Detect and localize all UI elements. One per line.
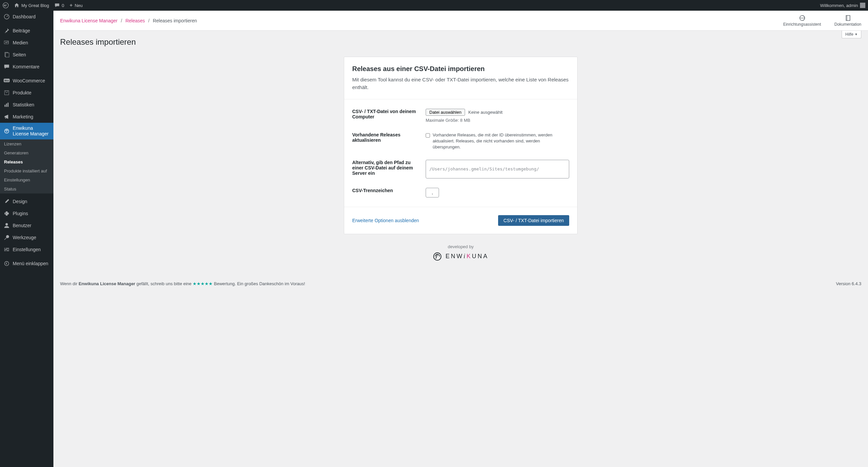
svg-point-3 bbox=[5, 42, 7, 43]
crumb-current: Releases importieren bbox=[153, 18, 197, 23]
menu-products[interactable]: Produkte bbox=[0, 87, 54, 99]
comments-link[interactable]: 0 bbox=[54, 3, 64, 8]
submenu-status[interactable]: Status bbox=[0, 185, 54, 194]
page-title: Releases importieren bbox=[60, 37, 861, 47]
documentation-link[interactable]: Dokumentation bbox=[834, 15, 861, 27]
menu-label: Menü einklappen bbox=[13, 261, 49, 266]
file-help: Maximale Größe: 8 MB bbox=[426, 118, 569, 123]
menu-label: Medien bbox=[13, 40, 28, 45]
submenu-products-installed[interactable]: Produkte installiert auf bbox=[0, 166, 54, 175]
dashboard-icon bbox=[3, 13, 10, 20]
breadcrumb: Enwikuna License Manager / Releases / Re… bbox=[60, 18, 197, 23]
comment-icon bbox=[3, 63, 10, 70]
svg-point-18 bbox=[7, 249, 8, 250]
product-icon bbox=[3, 90, 10, 96]
menu-label: Design bbox=[13, 199, 27, 204]
svg-point-20 bbox=[5, 261, 9, 266]
delimiter-label: CSV-Trennzeichen bbox=[352, 188, 419, 193]
crumb-root[interactable]: Enwikuna License Manager bbox=[60, 18, 118, 23]
submenu-generators[interactable]: Generatoren bbox=[0, 148, 54, 158]
menu-dashboard[interactable]: Dashboard bbox=[0, 11, 54, 23]
menu-marketing[interactable]: Marketing bbox=[0, 111, 54, 123]
settings-icon bbox=[3, 246, 10, 253]
collapse-icon bbox=[3, 260, 10, 267]
crumb-releases[interactable]: Releases bbox=[126, 18, 145, 23]
svg-rect-23 bbox=[847, 15, 850, 20]
svg-rect-11 bbox=[8, 103, 9, 107]
menu-collapse[interactable]: Menü einklappen bbox=[0, 258, 54, 269]
svg-rect-10 bbox=[6, 103, 7, 107]
server-path-input[interactable] bbox=[426, 160, 569, 178]
wp-logo[interactable] bbox=[3, 2, 9, 8]
submenu: Lizenzen Generatoren Releases Produkte i… bbox=[0, 139, 54, 194]
menu-label: Produkte bbox=[13, 90, 31, 95]
menu-users[interactable]: Benutzer bbox=[0, 220, 54, 232]
submenu-releases[interactable]: Releases bbox=[0, 158, 54, 166]
marketing-icon bbox=[3, 113, 10, 120]
enwikuna-logo: ENWiKUNA bbox=[60, 252, 861, 261]
menu-comments[interactable]: Kommentare bbox=[0, 61, 54, 73]
menu-label: WooCommerce bbox=[13, 78, 45, 84]
card-description: Mit diesem Tool kannst du eine CSV- oder… bbox=[352, 76, 569, 91]
woo-icon: Woo bbox=[3, 77, 10, 84]
new-content-link[interactable]: + Neu bbox=[69, 2, 83, 8]
welcome-text: Willkommen, admin bbox=[820, 3, 858, 8]
menu-woocommerce[interactable]: Woo WooCommerce bbox=[0, 75, 54, 87]
rating-link[interactable]: ★★★★★ bbox=[193, 281, 213, 286]
page-icon bbox=[3, 52, 10, 58]
menu-stats[interactable]: Statistiken bbox=[0, 99, 54, 111]
update-existing-label: Vorhandene Releases aktualisieren bbox=[352, 132, 419, 143]
svg-rect-14 bbox=[4, 248, 9, 248]
menu-label: Marketing bbox=[13, 114, 33, 120]
svg-rect-5 bbox=[5, 53, 9, 57]
svg-point-13 bbox=[5, 223, 8, 225]
site-name: My Great Blog bbox=[21, 3, 49, 8]
version-text: Version 6.4.3 bbox=[836, 281, 861, 286]
submenu-settings[interactable]: Einstellungen bbox=[0, 175, 54, 185]
delimiter-input[interactable] bbox=[426, 188, 439, 198]
svg-point-19 bbox=[6, 250, 7, 251]
menu-plugins[interactable]: Plugins bbox=[0, 207, 54, 220]
svg-rect-15 bbox=[4, 249, 9, 250]
menu-posts[interactable]: Beiträge bbox=[0, 25, 54, 37]
menu-label: Dashboard bbox=[13, 14, 36, 19]
elm-icon bbox=[3, 128, 10, 134]
card-title: Releases aus einer CSV-Datei importieren bbox=[352, 65, 569, 73]
svg-point-24 bbox=[434, 253, 441, 260]
choose-file-button[interactable]: Datei auswählen bbox=[426, 109, 465, 116]
menu-pages[interactable]: Seiten bbox=[0, 49, 54, 61]
welcome-user[interactable]: Willkommen, admin bbox=[820, 3, 865, 8]
submenu-licenses[interactable]: Lizenzen bbox=[0, 139, 54, 148]
file-status: Keine ausgewählt bbox=[468, 110, 503, 115]
credit: developed by ENWiKUNA bbox=[60, 244, 861, 261]
menu-label: Plugins bbox=[13, 211, 28, 216]
svg-text:Woo: Woo bbox=[4, 79, 9, 82]
menu-settings[interactable]: Einstellungen bbox=[0, 243, 54, 256]
admin-sidebar: Dashboard Beiträge Medien Seiten Komment… bbox=[0, 11, 54, 467]
menu-label: Kommentare bbox=[13, 64, 39, 69]
footer: Wenn dir Enwikuna License Manager gefäll… bbox=[54, 278, 868, 293]
plugin-icon bbox=[3, 210, 10, 217]
menu-label: Beiträge bbox=[13, 28, 30, 33]
update-existing-desc: Vorhandene Releases, die mit der ID über… bbox=[433, 132, 569, 151]
menu-tools[interactable]: Werkzeuge bbox=[0, 232, 54, 243]
setup-wizard-link[interactable]: Einrichtungsassistent bbox=[783, 15, 821, 27]
pin-icon bbox=[3, 27, 10, 34]
wizard-icon bbox=[799, 15, 806, 21]
import-button[interactable]: CSV- / TXT-Datei importieren bbox=[498, 215, 569, 226]
docs-icon bbox=[845, 15, 851, 21]
toggle-advanced-link[interactable]: Erweiterte Optionen ausblenden bbox=[352, 218, 419, 223]
logo-icon bbox=[433, 252, 442, 261]
server-path-label: Alternativ, gib den Pfad zu einer CSV-Da… bbox=[352, 160, 419, 176]
menu-design[interactable]: Design bbox=[0, 196, 54, 207]
help-tab[interactable]: Hilfe ▼ bbox=[842, 31, 861, 38]
menu-enwikuna[interactable]: Enwikuna License Manager bbox=[0, 123, 54, 139]
update-existing-checkbox[interactable] bbox=[426, 133, 430, 138]
tools-icon bbox=[3, 234, 10, 241]
menu-media[interactable]: Medien bbox=[0, 37, 54, 49]
topbar: Enwikuna License Manager / Releases / Re… bbox=[54, 11, 868, 31]
site-name-link[interactable]: My Great Blog bbox=[14, 3, 49, 8]
menu-label: Enwikuna License Manager bbox=[13, 126, 50, 137]
stats-icon bbox=[3, 101, 10, 108]
chevron-down-icon: ▼ bbox=[855, 33, 858, 36]
